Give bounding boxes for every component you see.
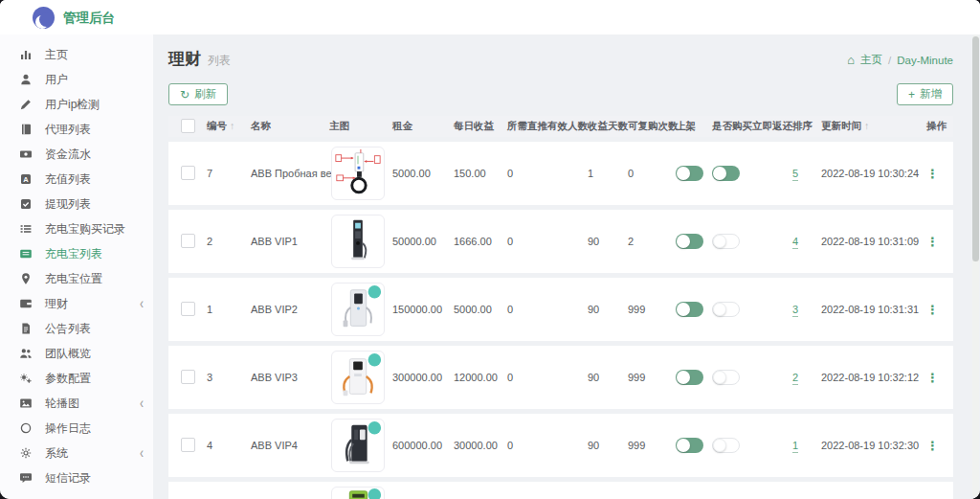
listed-toggle[interactable] [676, 234, 703, 249]
brand-logo-icon [33, 7, 55, 29]
row-required-referrals: 0 [507, 168, 588, 179]
sidebar-item[interactable]: 参数配置 [0, 366, 153, 391]
add-button[interactable]: + 新增 [897, 83, 953, 105]
page-header: 理财列表 ⌂ 主页 / Day-Minute [168, 48, 953, 71]
sidebar-item[interactable]: 充电宝列表 [0, 241, 153, 266]
column-header: 每日收益 [454, 120, 507, 133]
row-instant-return-cell [712, 234, 792, 249]
sidebar-item[interactable]: 系统‹ [0, 441, 153, 465]
sidebar-item[interactable]: 资金流水 [0, 142, 153, 167]
refresh-label: 刷新 [194, 89, 216, 101]
row-instant-return-cell [712, 302, 792, 317]
sort-value-link[interactable]: 2 [792, 372, 798, 385]
instant-return-toggle[interactable] [712, 438, 740, 453]
sidebar-item[interactable]: 理财‹ [0, 291, 153, 316]
sidebar-item[interactable]: 充电宝位置 [0, 266, 153, 291]
instant-return-toggle[interactable] [712, 166, 740, 181]
product-image[interactable] [331, 283, 385, 336]
row-actions-button[interactable]: ⋮ [926, 303, 940, 317]
admin-window: 管理后台 主页用户用户ip检测代理列表资金流水A充值列表提现列表充电宝购买记录充… [0, 0, 980, 499]
row-rebuy-count: 999 [628, 440, 676, 451]
row-daily-income: 1666.00 [454, 236, 507, 247]
column-header-label: 更新时间 [821, 120, 861, 131]
row-income-days: 90 [588, 304, 628, 315]
table-row: 7ABB Пробная версия5000.00150.0001052022… [168, 142, 953, 205]
row-required-referrals: 0 [507, 236, 588, 247]
sidebar-nav: 主页用户用户ip检测代理列表资金流水A充值列表提现列表充电宝购买记录充电宝列表充… [0, 34, 153, 499]
row-listed-cell [676, 438, 712, 453]
sidebar-item-label: 理财 [45, 296, 68, 312]
row-actions-button[interactable]: ⋮ [926, 235, 940, 249]
product-image[interactable] [331, 215, 385, 268]
listed-toggle[interactable] [676, 166, 703, 181]
instant-return-toggle[interactable] [712, 234, 740, 249]
chevron-left-icon: ‹ [140, 395, 144, 412]
column-header-label: 收益天数 [588, 120, 628, 131]
page-scrollbar[interactable] [972, 34, 979, 497]
scrollbar-thumb[interactable] [972, 36, 979, 261]
row-daily-income: 12000.00 [454, 372, 507, 383]
row-actions-button[interactable]: ⋮ [926, 167, 940, 181]
column-header-label: 名称 [251, 120, 271, 131]
sidebar-item[interactable]: A充值列表 [0, 167, 153, 192]
breadcrumb-home-link[interactable]: 主页 [860, 53, 882, 67]
card-list-icon [18, 247, 33, 261]
sidebar-item-label: 充值列表 [45, 171, 91, 188]
row-checkbox[interactable] [181, 302, 195, 316]
toggle-knob [713, 439, 726, 452]
sidebar-item[interactable]: 团队概览 [0, 341, 153, 366]
sidebar-item[interactable]: 短信记录 [0, 465, 153, 490]
sidebar-item[interactable]: 用户ip检测 [0, 92, 153, 117]
sidebar-item[interactable]: 轮播图‹ [0, 391, 153, 416]
row-actions-button[interactable]: ⋮ [926, 439, 940, 453]
product-image[interactable] [331, 419, 385, 472]
sidebar-item[interactable]: 主页 [0, 42, 153, 67]
sidebar-item-label: 用户ip检测 [45, 97, 100, 113]
column-header-label: 每日收益 [454, 120, 494, 131]
row-checkbox[interactable] [181, 166, 195, 180]
row-actions-button[interactable]: ⋮ [926, 371, 940, 385]
row-name: ABB VIP1 [251, 236, 329, 247]
row-rent: 600000.00 [392, 440, 454, 451]
sidebar-item[interactable]: 操作日志 [0, 416, 153, 441]
instant-return-toggle[interactable] [712, 302, 740, 317]
sidebar-item[interactable]: 用户 [0, 67, 153, 92]
table-row: 8ABB VIP51200000.0080000.000909990✎2022-… [168, 482, 953, 499]
refresh-button[interactable]: ↻ 刷新 [168, 83, 228, 105]
sidebar-item[interactable]: 公告列表 [0, 316, 153, 341]
chevron-left-icon: ‹ [140, 444, 144, 462]
sort-value-link[interactable]: 4 [792, 236, 798, 249]
gear-icon [18, 446, 33, 461]
sort-value-link[interactable]: 5 [792, 168, 798, 181]
sort-value-link[interactable]: 1 [792, 440, 798, 453]
sidebar-item[interactable]: 代理列表 [0, 117, 153, 142]
product-image[interactable] [331, 147, 385, 200]
instant-return-toggle[interactable] [712, 370, 740, 385]
product-image[interactable] [331, 487, 385, 499]
row-rebuy-count: 2 [628, 236, 676, 247]
list-icon [18, 222, 33, 237]
product-image[interactable] [331, 351, 385, 404]
sidebar-item[interactable]: 充电宝购买记录 [0, 216, 153, 241]
row-name: ABB VIP2 [251, 304, 329, 315]
sort-value-link[interactable]: 3 [792, 304, 798, 317]
sidebar-item-label: 主页 [45, 47, 68, 63]
column-header: 排序 [792, 120, 821, 133]
row-checkbox[interactable] [181, 370, 195, 384]
sidebar-item[interactable]: 提现列表 [0, 192, 153, 216]
sort-asc-icon[interactable]: ↑ [230, 120, 234, 131]
row-id: 7 [207, 168, 251, 179]
sidebar-item-label: 系统 [45, 445, 68, 462]
listed-toggle[interactable] [676, 302, 703, 317]
listed-toggle[interactable] [676, 370, 703, 385]
listed-toggle[interactable] [676, 438, 703, 453]
page-title-group: 理财列表 [168, 48, 231, 70]
column-header-label: 主图 [329, 120, 349, 131]
sidebar-item-label: 充电宝位置 [45, 271, 102, 287]
sort-asc-icon[interactable]: ↑ [864, 120, 869, 131]
row-checkbox[interactable] [181, 438, 195, 452]
select-all-checkbox[interactable] [181, 119, 195, 133]
brand[interactable]: 管理后台 [33, 7, 115, 29]
book-icon [18, 123, 33, 137]
row-checkbox[interactable] [181, 234, 195, 248]
